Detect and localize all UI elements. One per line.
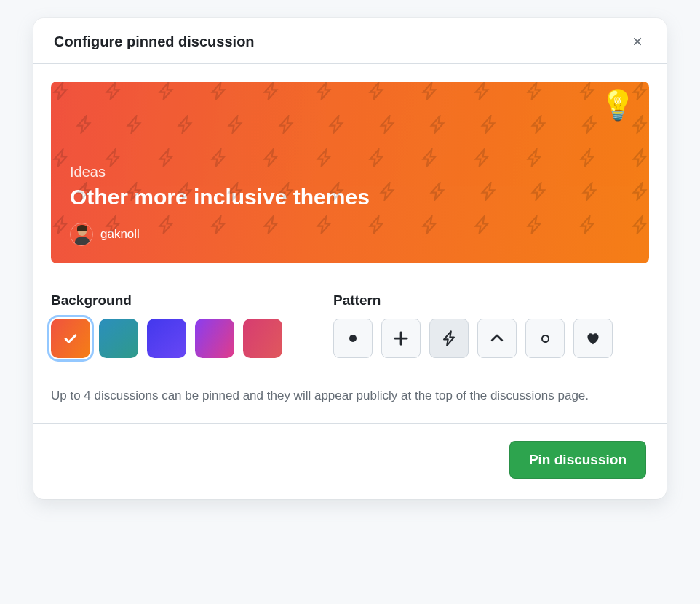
dialog-body: 💡 Ideas Other more inclusive themes gakn… xyxy=(33,64,667,423)
chevron-up-icon xyxy=(489,330,505,346)
dialog-title: Configure pinned discussion xyxy=(54,33,255,50)
background-swatch-pink-red[interactable] xyxy=(243,319,282,358)
lightbulb-icon: 💡 xyxy=(600,90,636,119)
heart-icon xyxy=(585,330,601,346)
check-icon xyxy=(63,330,79,346)
pattern-swatches xyxy=(333,319,613,358)
pattern-swatch-dot[interactable] xyxy=(333,319,373,358)
controls: Background Pattern xyxy=(51,293,649,358)
background-swatch-teal-blue[interactable] xyxy=(99,319,138,358)
preview-category: Ideas xyxy=(70,164,630,180)
avatar xyxy=(70,223,93,246)
pattern-group: Pattern xyxy=(333,293,613,358)
circle-icon xyxy=(541,335,549,343)
background-swatch-red-orange[interactable] xyxy=(51,319,90,358)
dot-icon xyxy=(349,335,357,342)
preview-author: gaknoll xyxy=(70,223,630,246)
close-icon xyxy=(631,35,644,48)
background-swatch-purple-pink[interactable] xyxy=(195,319,234,358)
close-button[interactable] xyxy=(629,33,646,50)
zap-icon xyxy=(441,330,457,346)
pattern-swatch-heart[interactable] xyxy=(573,319,613,358)
background-label: Background xyxy=(51,293,282,309)
background-swatches xyxy=(51,319,282,358)
pattern-swatch-zap[interactable] xyxy=(429,319,469,358)
background-swatch-indigo-violet[interactable] xyxy=(147,319,186,358)
pattern-swatch-plus[interactable] xyxy=(381,319,421,358)
background-group: Background xyxy=(51,293,282,358)
pin-discussion-button[interactable]: Pin discussion xyxy=(509,441,646,479)
author-name: gaknoll xyxy=(100,227,140,242)
pattern-label: Pattern xyxy=(333,293,613,309)
preview-title: Other more inclusive themes xyxy=(70,185,630,210)
pattern-swatch-circle[interactable] xyxy=(525,319,565,358)
helper-text: Up to 4 discussions can be pinned and th… xyxy=(51,386,589,405)
plus-icon xyxy=(393,330,409,346)
dialog-footer: Pin discussion xyxy=(33,423,667,499)
pattern-swatch-chevron-up[interactable] xyxy=(477,319,517,358)
dialog-header: Configure pinned discussion xyxy=(33,18,667,64)
discussion-preview-card: 💡 Ideas Other more inclusive themes gakn… xyxy=(51,82,649,263)
configure-pinned-discussion-dialog: Configure pinned discussion 💡 Ideas Othe… xyxy=(33,18,667,499)
